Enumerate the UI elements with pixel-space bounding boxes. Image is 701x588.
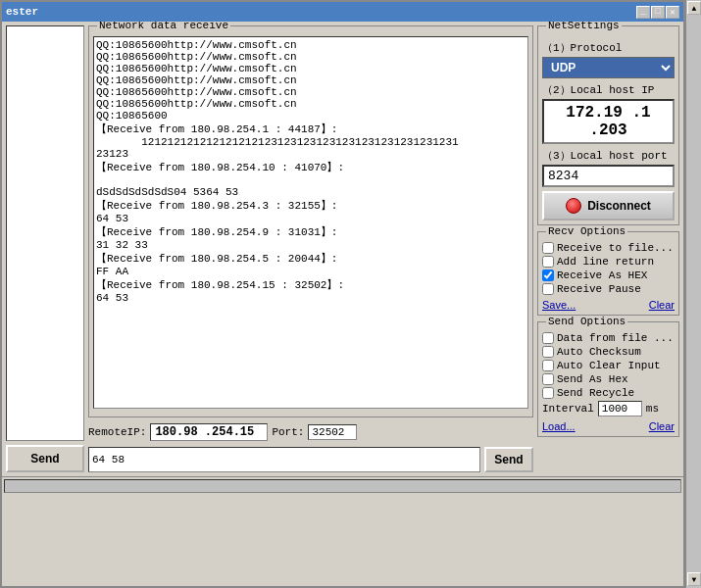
net-settings-group: NetSettings （1）Protocol UDP TCP Client T… — [537, 25, 679, 225]
vertical-scrollbar-track: ▲ ▼ — [685, 0, 701, 588]
disconnect-label: Disconnect — [587, 199, 651, 213]
local-ip-label: （2）Local host IP — [542, 82, 675, 97]
left-panel: Send — [6, 25, 84, 472]
local-port-label: （3）Local host port — [542, 148, 675, 163]
data-from-file-checkbox[interactable] — [542, 332, 554, 344]
port-label: Port: — [272, 426, 304, 438]
left-display-area — [6, 25, 84, 441]
app-close-button[interactable]: ✕ — [666, 6, 679, 19]
recv-options-footer: Save... Clear — [542, 299, 675, 311]
recv-clear-button[interactable]: Clear — [649, 299, 675, 311]
scroll-track — [686, 16, 701, 572]
recv-option-2: Receive As HEX — [542, 270, 675, 281]
app-minimize-button[interactable]: _ — [636, 6, 650, 19]
send-clear-button[interactable]: Clear — [649, 420, 675, 432]
receive-as-hex-checkbox[interactable] — [542, 270, 554, 281]
auto-checksum-checkbox[interactable] — [542, 346, 554, 358]
send-as-hex-checkbox[interactable] — [542, 373, 554, 385]
remote-ip-row: RemoteIP: Port: — [88, 423, 533, 441]
network-data-title: Network data receive — [97, 22, 230, 31]
send-load-button[interactable]: Load... — [542, 420, 576, 432]
auto-checksum-label: Auto Checksum — [557, 346, 641, 358]
interval-label: Interval — [542, 403, 594, 415]
scroll-up-button[interactable]: ▲ — [687, 1, 701, 15]
recv-option-1: Add line return — [542, 256, 675, 268]
send-option-2: Auto Clear Input — [542, 360, 675, 371]
receive-as-hex-label: Receive As HEX — [557, 270, 647, 281]
net-settings-title: NetSettings — [546, 22, 622, 31]
remote-ip-label: RemoteIP: — [88, 426, 146, 438]
left-send-button[interactable]: Send — [6, 445, 84, 472]
interval-row: Interval ms — [542, 401, 675, 416]
right-panel: NetSettings （1）Protocol UDP TCP Client T… — [537, 25, 679, 472]
send-option-3: Send As Hex — [542, 373, 675, 385]
recv-option-0: Receive to file... — [542, 242, 675, 254]
send-options-group: Send Options Data from file ... Auto Che… — [537, 321, 679, 437]
network-data-group: Network data receive — [88, 25, 533, 417]
protocol-select[interactable]: UDP TCP Client TCP Server — [542, 57, 675, 78]
disconnect-button[interactable]: Disconnect — [542, 191, 675, 220]
recv-to-file-checkbox[interactable] — [542, 242, 554, 254]
remote-ip-input[interactable] — [150, 423, 268, 441]
local-ip-display: 172.19 .1 .203 — [542, 99, 675, 144]
send-as-hex-label: Send As Hex — [557, 373, 628, 385]
interval-unit: ms — [646, 403, 659, 415]
auto-clear-input-checkbox[interactable] — [542, 360, 554, 371]
send-recycle-label: Send Recycle — [557, 387, 634, 399]
send-row: Send — [88, 447, 533, 472]
receive-pause-checkbox[interactable] — [542, 283, 554, 295]
protocol-label: （1）Protocol — [542, 40, 675, 55]
recv-save-button[interactable]: Save... — [542, 299, 576, 311]
network-data-textarea[interactable] — [93, 36, 528, 409]
send-button[interactable]: Send — [484, 447, 533, 472]
send-options-title: Send Options — [546, 316, 627, 327]
app-title-bar: ester _ □ ✕ — [2, 2, 683, 22]
horizontal-scrollbar[interactable] — [4, 479, 681, 493]
app-title-text: ester — [6, 6, 38, 18]
recv-to-file-label: Receive to file... — [557, 242, 674, 254]
recv-option-3: Receive Pause — [542, 283, 675, 295]
send-option-4: Send Recycle — [542, 387, 675, 399]
interval-input[interactable] — [598, 401, 642, 416]
receive-pause-label: Receive Pause — [557, 283, 641, 295]
app-window-controls: _ □ ✕ — [636, 6, 679, 19]
bottom-scrollbar — [2, 476, 683, 494]
recv-options-group: Recv Options Receive to file... Add line… — [537, 231, 679, 316]
send-input[interactable] — [88, 447, 480, 472]
auto-clear-input-label: Auto Clear Input — [557, 360, 661, 371]
port-input[interactable] — [308, 424, 357, 440]
send-option-1: Auto Checksum — [542, 346, 675, 358]
recv-options-title: Recv Options — [546, 225, 627, 237]
app-maximize-button[interactable]: □ — [651, 6, 665, 19]
middle-panel: Network data receive RemoteIP: Port: Sen… — [88, 25, 533, 472]
data-from-file-label: Data from file ... — [557, 332, 674, 344]
send-option-0: Data from file ... — [542, 332, 675, 344]
send-recycle-checkbox[interactable] — [542, 387, 554, 399]
add-line-return-label: Add line return — [557, 256, 654, 268]
send-options-footer: Load... Clear — [542, 420, 675, 432]
local-port-input[interactable] — [542, 165, 675, 187]
add-line-return-checkbox[interactable] — [542, 256, 554, 268]
disconnect-icon — [566, 198, 581, 214]
scroll-down-button[interactable]: ▼ — [687, 572, 701, 586]
